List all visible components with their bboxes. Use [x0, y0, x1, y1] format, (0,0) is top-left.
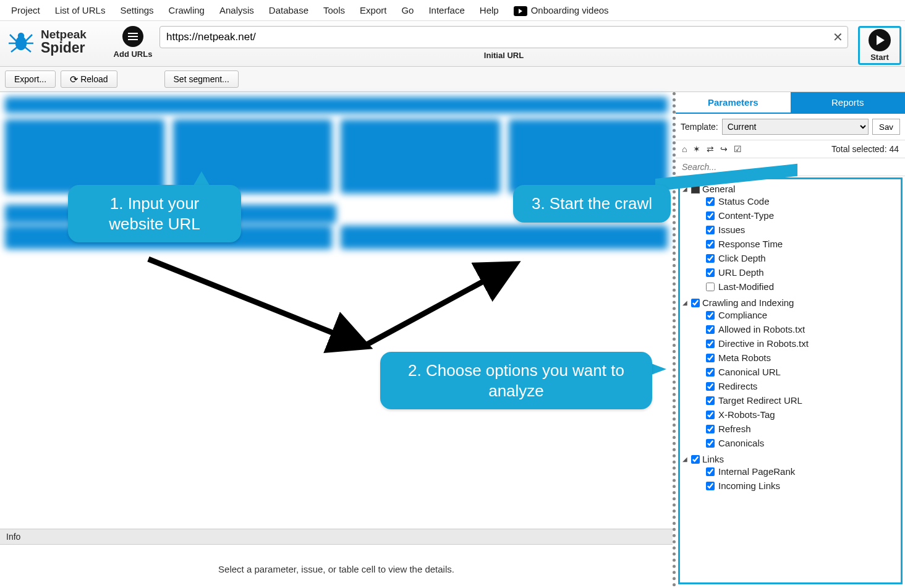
dashboard-pane: 1. Input your website URL 2. Choose opti… [0, 92, 673, 587]
tree-item[interactable]: Compliance [680, 310, 901, 320]
tree-item[interactable]: Canonical URL [680, 367, 901, 377]
item-checkbox[interactable] [706, 339, 715, 348]
item-checkbox[interactable] [706, 226, 715, 234]
item-checkbox[interactable] [706, 268, 715, 277]
item-checkbox[interactable] [706, 197, 715, 206]
set-segment-button[interactable]: Set segment... [164, 70, 239, 88]
item-label: Refresh [718, 424, 751, 434]
disclosure-icon[interactable]: ◢ [682, 456, 689, 462]
item-checkbox[interactable] [706, 254, 715, 263]
item-label: Last-Modified [718, 281, 774, 292]
redo-icon[interactable]: ↪ [720, 144, 728, 154]
home-icon[interactable]: ⌂ [682, 144, 687, 154]
tree-item[interactable]: Redirects [680, 381, 901, 391]
play-icon [869, 29, 891, 51]
tree-item[interactable]: Click Depth [680, 253, 901, 263]
menu-settings[interactable]: Settings [113, 1, 161, 19]
item-label: Canonicals [718, 438, 764, 448]
tree-item[interactable]: Canonicals [680, 438, 901, 448]
tree-group[interactable]: ◢Crawling and Indexing [680, 297, 901, 308]
item-checkbox[interactable] [706, 240, 715, 249]
tab-parameters[interactable]: Parameters [676, 92, 791, 114]
group-checkbox[interactable] [691, 455, 700, 464]
item-label: Canonical URL [718, 367, 781, 377]
item-label: URL Depth [718, 267, 764, 278]
disclosure-icon[interactable]: ◢ [682, 299, 689, 306]
item-checkbox[interactable] [706, 467, 715, 476]
tree-item[interactable]: Meta Robots [680, 352, 901, 363]
item-checkbox[interactable] [706, 411, 715, 419]
menu-list-of-urls[interactable]: List of URLs [48, 1, 113, 19]
menu-bar: Project List of URLs Settings Crawling A… [0, 0, 905, 21]
info-bar: Info [0, 529, 673, 545]
svg-point-1 [19, 33, 23, 38]
menu-database[interactable]: Database [261, 1, 316, 19]
tree-item[interactable]: Content-Type [680, 210, 901, 221]
reload-button[interactable]: Reload [61, 70, 117, 88]
add-urls-button[interactable]: Add URLs [111, 26, 155, 59]
menu-go[interactable]: Go [394, 1, 421, 19]
initial-url-input[interactable] [159, 26, 848, 48]
tree-item[interactable]: Status Code [680, 196, 901, 207]
main-area: 1. Input your website URL 2. Choose opti… [0, 92, 905, 587]
parameter-tree: ◢GeneralStatus CodeContent-TypeIssuesRes… [678, 177, 903, 584]
item-checkbox[interactable] [706, 311, 715, 320]
template-row: Template: Current Sav [676, 114, 905, 140]
item-checkbox[interactable] [706, 354, 715, 362]
tree-group[interactable]: ◢General [680, 184, 901, 194]
group-checkbox[interactable] [691, 299, 700, 307]
main-toolbar: Netpeak Spider Add URLs ✕ Initial URL St… [0, 21, 905, 67]
item-checkbox[interactable] [706, 382, 715, 391]
menu-project[interactable]: Project [4, 1, 48, 19]
menu-crawling[interactable]: Crawling [161, 1, 212, 19]
item-label: Compliance [718, 310, 767, 320]
item-label: Response Time [718, 239, 783, 249]
item-label: Allowed in Robots.txt [718, 324, 805, 334]
swap-icon[interactable]: ⇄ [707, 144, 714, 154]
menu-export[interactable]: Export [352, 1, 394, 19]
info-detail-text: Select a parameter, issue, or table cell… [0, 564, 673, 574]
item-label: Click Depth [718, 253, 766, 263]
item-checkbox[interactable] [706, 439, 715, 448]
tree-item[interactable]: Allowed in Robots.txt [680, 324, 901, 334]
tree-item[interactable]: Last-Modified [680, 281, 901, 292]
template-label: Template: [681, 122, 718, 132]
svg-line-3 [365, 265, 513, 346]
brand-line2: Spider [41, 41, 87, 54]
export-button[interactable]: Export... [5, 70, 56, 88]
tree-item[interactable]: Internal PageRank [680, 466, 901, 477]
item-checkbox[interactable] [706, 425, 715, 433]
tree-item[interactable]: Target Redirect URL [680, 395, 901, 406]
item-checkbox[interactable] [706, 482, 715, 490]
tree-item[interactable]: URL Depth [680, 267, 901, 278]
tree-item[interactable]: Issues [680, 224, 901, 235]
menu-onboarding-videos[interactable]: Onboarding videos [506, 1, 616, 20]
clear-url-icon[interactable]: ✕ [833, 30, 843, 45]
spider-icon [6, 26, 36, 56]
collapse-icon[interactable]: ✶ [693, 144, 700, 154]
menu-tools[interactable]: Tools [316, 1, 352, 19]
checkall-icon[interactable]: ☑ [734, 144, 742, 154]
item-checkbox[interactable] [706, 368, 715, 377]
menu-help[interactable]: Help [472, 1, 506, 19]
item-checkbox[interactable] [706, 325, 715, 334]
tree-item[interactable]: Directive in Robots.txt [680, 338, 901, 349]
tree-group[interactable]: ◢Links [680, 454, 901, 464]
item-checkbox[interactable] [706, 211, 715, 220]
tree-item[interactable]: X-Robots-Tag [680, 409, 901, 420]
start-label: Start [861, 53, 898, 62]
svg-line-2 [148, 259, 365, 346]
tree-item[interactable]: Incoming Links [680, 480, 901, 491]
save-template-button[interactable]: Sav [872, 119, 900, 135]
item-checkbox[interactable] [706, 396, 715, 405]
start-button[interactable]: Start [858, 26, 901, 65]
menu-interface[interactable]: Interface [421, 1, 472, 19]
tree-item[interactable]: Refresh [680, 424, 901, 434]
menu-analysis[interactable]: Analysis [212, 1, 261, 19]
tree-item[interactable]: Response Time [680, 239, 901, 249]
tab-reports[interactable]: Reports [791, 92, 906, 114]
item-checkbox[interactable] [706, 283, 715, 291]
template-select[interactable]: Current [722, 119, 869, 135]
param-toolbar: ⌂ ✶ ⇄ ↪ ☑ Total selected: 44 [676, 140, 905, 158]
group-label: Links [702, 454, 724, 464]
